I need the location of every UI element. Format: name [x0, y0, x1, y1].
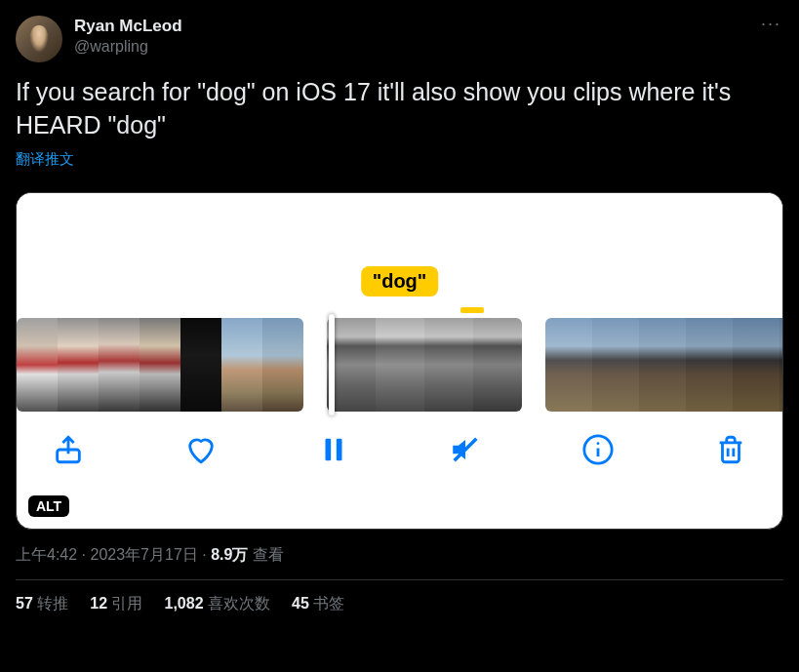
video-frame — [180, 318, 221, 412]
video-frame — [473, 318, 522, 412]
tweet-date[interactable]: 2023年7月17日 — [90, 546, 197, 563]
playhead[interactable] — [329, 314, 335, 415]
video-frame — [686, 318, 733, 412]
svg-rect-1 — [325, 438, 331, 460]
clip-group[interactable] — [17, 318, 303, 412]
video-frame — [58, 318, 99, 412]
video-frame — [545, 318, 592, 412]
media-toolbar — [17, 412, 782, 478]
likes-stat[interactable]: 1,082 喜欢次数 — [165, 594, 271, 614]
tweet-meta: 上午4:42 · 2023年7月17日 · 8.9万 查看 — [16, 545, 783, 566]
tweet-stats: 57 转推 12 引用 1,082 喜欢次数 45 书签 — [16, 580, 783, 614]
video-frame — [733, 318, 779, 412]
share-icon[interactable] — [52, 433, 85, 466]
video-frame — [424, 318, 473, 412]
media-attachment[interactable]: "dog" — [16, 192, 783, 530]
clip-group[interactable] — [327, 318, 522, 412]
pause-icon[interactable] — [317, 433, 350, 466]
tweet-text: If you search for "dog" on iOS 17 it'll … — [16, 76, 783, 142]
video-frame — [262, 318, 303, 412]
user-handle[interactable]: @warpling — [74, 37, 182, 58]
video-frame — [376, 318, 424, 412]
avatar[interactable] — [16, 16, 62, 62]
tweet-time[interactable]: 上午4:42 — [16, 546, 77, 563]
trash-icon[interactable] — [714, 433, 747, 466]
video-frame — [140, 318, 180, 412]
views-count: 8.9万 — [211, 546, 248, 563]
video-frame — [592, 318, 639, 412]
display-name[interactable]: Ryan McLeod — [74, 16, 182, 37]
info-icon[interactable] — [581, 433, 615, 466]
user-info: Ryan McLeod @warpling — [74, 16, 182, 58]
bookmarks-stat[interactable]: 45 书签 — [292, 594, 344, 614]
alt-badge[interactable]: ALT — [28, 495, 69, 517]
svg-point-6 — [597, 442, 600, 445]
svg-rect-2 — [336, 438, 341, 460]
more-options-button[interactable]: ··· — [761, 14, 781, 34]
views-label: 查看 — [248, 546, 283, 563]
mute-icon[interactable] — [449, 433, 482, 466]
tweet-container: Ryan McLeod @warpling ··· If you search … — [0, 0, 799, 630]
retweets-stat[interactable]: 57 转推 — [16, 594, 68, 614]
video-frame — [17, 318, 58, 412]
search-caption-chip: "dog" — [361, 266, 439, 296]
quotes-stat[interactable]: 12 引用 — [90, 594, 142, 614]
tweet-header: Ryan McLeod @warpling — [16, 16, 783, 62]
media-header-blank: "dog" — [17, 193, 782, 298]
clip-group[interactable] — [545, 318, 782, 412]
timeline-marker — [460, 307, 484, 313]
video-frame — [639, 318, 686, 412]
video-frame — [779, 318, 782, 412]
video-frame — [221, 318, 262, 412]
translate-link[interactable]: 翻译推文 — [16, 150, 74, 169]
video-timeline[interactable] — [17, 318, 782, 412]
video-frame — [99, 318, 140, 412]
heart-icon[interactable] — [184, 433, 218, 466]
